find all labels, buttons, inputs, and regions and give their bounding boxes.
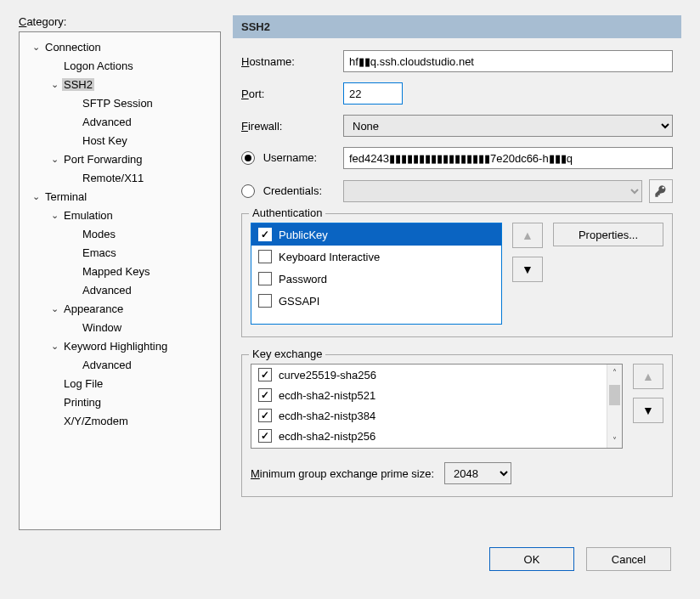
scroll-up-icon[interactable]: ˄	[607, 364, 622, 380]
credentials-manager-button[interactable]	[649, 179, 673, 203]
username-input[interactable]	[343, 147, 673, 169]
keyexchange-legend: Key exchange	[249, 348, 325, 360]
credentials-radio[interactable]: Credentials:	[241, 184, 343, 199]
kex-item-label: ecdh-sha2-nistp521	[279, 389, 375, 402]
tree-item-label: Printing	[62, 396, 103, 409]
kex-item-curve25519-sha256[interactable]: curve25519-sha256	[251, 364, 607, 385]
hostname-label: Hostname:	[241, 55, 343, 68]
tree-sftp-session[interactable]: SFTP Session	[21, 93, 218, 112]
tree-item-label: Mapped Keys	[81, 265, 152, 278]
form-area: Hostname: Port: Firewall: None Username:	[233, 38, 681, 500]
credentials-select	[343, 180, 642, 202]
chevron-down-icon[interactable]: ⌄	[48, 79, 60, 90]
tree-item-label: Log File	[62, 377, 104, 390]
tree-item-label: Logon Actions	[62, 59, 135, 72]
tree-item-label: Advanced	[81, 284, 133, 297]
auth-item-label: Password	[279, 273, 327, 285]
kex-move-up-button[interactable]: ▲	[633, 364, 663, 389]
cancel-button[interactable]: Cancel	[586, 547, 671, 571]
checkbox-icon[interactable]	[258, 294, 272, 308]
tree-item-label: Emacs	[81, 246, 118, 259]
scroll-thumb[interactable]	[609, 385, 620, 405]
radio-checked-icon	[241, 151, 255, 165]
kex-item-label: ecdh-sha2-nistp256	[279, 430, 375, 443]
kex-item-ecdh-sha2-nistp384[interactable]: ecdh-sha2-nistp384	[251, 405, 607, 426]
kex-move-down-button[interactable]: ▼	[633, 398, 663, 423]
triangle-up-icon: ▲	[642, 370, 654, 383]
tree-host-key[interactable]: Host Key	[21, 131, 218, 150]
tree-emacs[interactable]: Emacs	[21, 243, 218, 262]
auth-item-publickey[interactable]: PublicKey	[251, 223, 501, 246]
tree-item-label: Advanced	[81, 116, 133, 128]
checkbox-icon[interactable]	[258, 250, 272, 263]
checkbox-icon[interactable]	[258, 228, 272, 241]
tree-printing[interactable]: Printing	[21, 393, 218, 411]
min-group-label: Minimum group exchange prime size:	[251, 467, 434, 480]
scroll-down-icon[interactable]: ˅	[607, 432, 622, 448]
chevron-down-icon[interactable]: ⌄	[48, 154, 60, 165]
tree-ssh2[interactable]: ⌄SSH2	[21, 75, 218, 93]
tree-item-label: Appearance	[62, 302, 125, 315]
chevron-down-icon[interactable]: ⌄	[48, 210, 60, 221]
tree-item-label: Window	[81, 321, 123, 334]
keyexchange-list[interactable]: curve25519-sha256ecdh-sha2-nistp521ecdh-…	[251, 364, 623, 449]
tree-xyzmodem[interactable]: X/Y/Zmodem	[21, 411, 218, 430]
username-radio[interactable]: Username:	[241, 151, 343, 166]
dialog-footer: OK Cancel	[19, 547, 681, 571]
checkbox-icon[interactable]	[258, 429, 272, 443]
auth-item-label: Keyboard Interactive	[279, 251, 380, 263]
checkbox-icon[interactable]	[258, 388, 272, 402]
kex-scrollbar[interactable]: ˄ ˅	[607, 364, 622, 448]
kex-item-ecdh-sha2-nistp256[interactable]: ecdh-sha2-nistp256	[251, 426, 607, 446]
tree-log-file[interactable]: Log File	[21, 374, 218, 393]
tree-remote-x11[interactable]: Remote/X11	[21, 168, 218, 187]
radio-unchecked-icon	[241, 184, 255, 198]
checkbox-icon[interactable]	[258, 409, 272, 422]
checkbox-icon[interactable]	[258, 272, 272, 285]
tree-window[interactable]: Window	[21, 318, 218, 336]
properties-button[interactable]: Properties...	[553, 223, 663, 246]
keyexchange-group: Key exchange curve25519-sha256ecdh-sha2-…	[241, 354, 673, 497]
port-input[interactable]	[343, 82, 403, 105]
panel-title: SSH2	[233, 15, 681, 38]
hostname-input[interactable]	[343, 50, 673, 72]
authentication-list[interactable]: PublicKeyKeyboard InteractivePasswordGSS…	[251, 223, 502, 325]
auth-move-up-button[interactable]: ▲	[512, 223, 543, 248]
firewall-select[interactable]: None	[343, 115, 673, 137]
tree-logon-actions[interactable]: Logon Actions	[21, 56, 218, 75]
tree-connection[interactable]: ⌄Connection	[21, 37, 218, 56]
key-icon	[654, 184, 668, 198]
tree-ssh2-advanced[interactable]: Advanced	[21, 112, 218, 131]
checkbox-icon[interactable]	[258, 368, 272, 381]
auth-item-label: GSSAPI	[279, 295, 319, 308]
tree-port-forwarding[interactable]: ⌄Port Forwarding	[21, 150, 218, 168]
tree-emulation[interactable]: ⌄Emulation	[21, 206, 218, 224]
dialog-body: Category: ⌄ConnectionLogon Actions⌄SSH2S…	[19, 15, 681, 530]
chevron-down-icon[interactable]: ⌄	[48, 341, 60, 352]
tree-kh-advanced[interactable]: Advanced	[21, 355, 218, 374]
tree-appearance[interactable]: ⌄Appearance	[21, 299, 218, 318]
tree-mapped-keys[interactable]: Mapped Keys	[21, 262, 218, 280]
auth-item-keyboard-interactive[interactable]: Keyboard Interactive	[251, 246, 501, 268]
tree-item-label: Keyword Highlighting	[62, 340, 169, 353]
kex-item-ecdh-sha2-nistp521[interactable]: ecdh-sha2-nistp521	[251, 385, 607, 405]
category-label: Category:	[19, 15, 221, 28]
tree-item-label: Remote/X11	[81, 172, 145, 184]
category-tree[interactable]: ⌄ConnectionLogon Actions⌄SSH2SFTP Sessio…	[19, 31, 221, 530]
auth-move-down-button[interactable]: ▼	[512, 257, 543, 282]
chevron-down-icon[interactable]: ⌄	[30, 191, 42, 202]
authentication-legend: Authentication	[249, 206, 325, 219]
triangle-down-icon: ▼	[642, 404, 654, 417]
auth-item-password[interactable]: Password	[251, 268, 501, 290]
auth-item-gssapi[interactable]: GSSAPI	[251, 290, 501, 312]
chevron-down-icon[interactable]: ⌄	[30, 42, 42, 53]
credentials-radio-label: Credentials:	[263, 184, 322, 197]
min-group-select[interactable]: 2048	[444, 462, 511, 484]
tree-emulation-advanced[interactable]: Advanced	[21, 280, 218, 299]
tree-keyword-highlighting[interactable]: ⌄Keyword Highlighting	[21, 336, 218, 355]
chevron-down-icon[interactable]: ⌄	[48, 303, 60, 314]
tree-item-label: SFTP Session	[81, 97, 155, 110]
tree-terminal[interactable]: ⌄Terminal	[21, 187, 218, 206]
ok-button[interactable]: OK	[489, 547, 574, 571]
tree-modes[interactable]: Modes	[21, 224, 218, 243]
